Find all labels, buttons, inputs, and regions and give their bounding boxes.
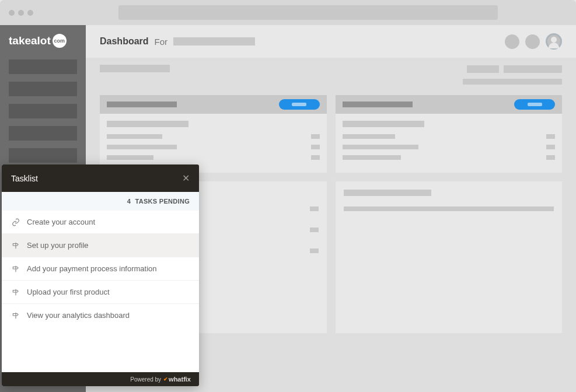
card-header xyxy=(336,95,563,114)
task-item[interactable]: Add your payment process information xyxy=(2,257,199,281)
placeholder xyxy=(310,249,319,253)
task-item-label: Set up your profile xyxy=(27,241,89,250)
placeholder xyxy=(311,155,320,160)
signpost-icon xyxy=(11,264,20,273)
window-maximize-dot[interactable] xyxy=(27,10,33,16)
dashboard-card xyxy=(100,95,327,173)
task-item[interactable]: Upload your first product xyxy=(2,281,199,304)
task-item[interactable]: Set up your profile xyxy=(2,234,199,257)
sidebar-item[interactable] xyxy=(9,60,77,74)
brand-ext: com xyxy=(53,34,67,48)
placeholder xyxy=(310,228,319,232)
placeholder xyxy=(311,145,320,149)
sidebar-item[interactable] xyxy=(9,82,77,96)
link-icon xyxy=(11,218,20,226)
user-avatar[interactable] xyxy=(546,33,562,50)
tasklist-footer: Powered by whatfix xyxy=(2,372,199,386)
placeholder xyxy=(344,190,431,196)
tasklist-title: Tasklist xyxy=(11,174,38,183)
task-item-label: Add your payment process information xyxy=(27,264,157,273)
dashboard-card xyxy=(336,95,563,173)
close-icon[interactable]: ✕ xyxy=(182,173,190,184)
signpost-icon xyxy=(11,311,20,320)
tasklist-popup: Tasklist ✕ 4 TASKS PENDING Create your a… xyxy=(2,164,199,386)
placeholder xyxy=(107,121,188,127)
placeholder xyxy=(310,206,319,211)
placeholder xyxy=(546,155,555,160)
sidebar-item[interactable] xyxy=(9,126,77,141)
placeholder xyxy=(344,206,554,211)
dashboard-card xyxy=(336,181,563,333)
whatfix-logo: whatfix xyxy=(163,376,191,383)
placeholder xyxy=(343,145,418,149)
task-item[interactable]: View your analytics dashboard xyxy=(2,304,199,327)
page-header: Dashboard For xyxy=(86,25,576,58)
sidebar-item[interactable] xyxy=(9,148,77,163)
header-icon[interactable] xyxy=(505,34,519,49)
tasklist-header: Tasklist ✕ xyxy=(2,164,199,192)
task-item-label: Upload your first product xyxy=(27,288,110,296)
task-item[interactable]: Create your account xyxy=(2,211,199,234)
header-icon[interactable] xyxy=(525,34,540,49)
window-minimize-dot[interactable] xyxy=(18,10,24,16)
card-action-button[interactable] xyxy=(514,99,555,110)
signpost-icon xyxy=(11,288,20,296)
placeholder xyxy=(343,121,424,127)
pending-count: 4 xyxy=(127,198,131,205)
card-header xyxy=(100,95,327,114)
page-title: Dashboard xyxy=(100,36,149,47)
sidebar-item[interactable] xyxy=(9,104,77,118)
task-item-label: Create your account xyxy=(27,218,95,226)
placeholder xyxy=(100,65,170,72)
signpost-icon xyxy=(11,241,20,250)
window-chrome xyxy=(0,0,576,25)
placeholder xyxy=(107,102,177,107)
placeholder xyxy=(546,145,555,149)
placeholder xyxy=(311,134,320,139)
window-close-dot[interactable] xyxy=(9,10,15,16)
brand-logo: takealotcom xyxy=(0,34,86,60)
placeholder xyxy=(343,102,413,107)
tasklist-body: Create your accountSet up your profileAd… xyxy=(2,211,199,372)
tasks-pending-bar: 4 TASKS PENDING xyxy=(2,192,199,211)
placeholder xyxy=(173,37,255,46)
placeholder xyxy=(546,134,555,139)
placeholder xyxy=(343,134,395,139)
card-action-button[interactable] xyxy=(279,99,320,110)
placeholder xyxy=(107,134,162,139)
placeholder-group xyxy=(463,65,562,85)
placeholder xyxy=(107,155,153,160)
task-item-label: View your analytics dashboard xyxy=(27,311,130,320)
brand-name: takealot xyxy=(9,34,51,47)
pending-label: TASKS PENDING xyxy=(135,198,190,205)
powered-by-label: Powered by xyxy=(130,376,161,383)
placeholder xyxy=(107,145,177,149)
address-bar[interactable] xyxy=(118,5,498,20)
placeholder xyxy=(343,155,401,160)
page-subtitle: For xyxy=(155,37,168,47)
